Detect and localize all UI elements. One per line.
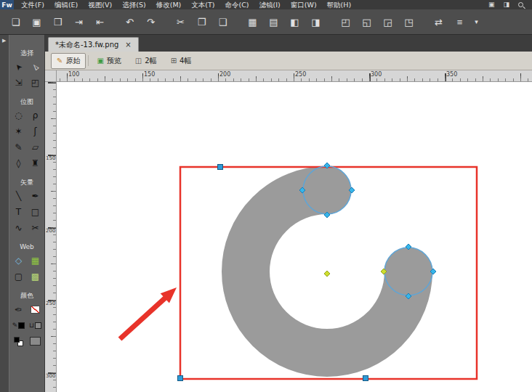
- search-icon[interactable]: [518, 2, 523, 7]
- view-4up-label: 4幅: [180, 56, 191, 66]
- vertical-ruler[interactable]: 150 200 250 300: [45, 82, 57, 392]
- undo-button[interactable]: ↶: [120, 13, 140, 30]
- current-fill-swatch: [30, 337, 41, 346]
- brush-tool[interactable]: ʃ: [27, 123, 44, 139]
- ruler-label: 150: [46, 155, 55, 161]
- menu-file[interactable]: 文件(F): [16, 0, 49, 9]
- split-button[interactable]: ◨: [306, 13, 326, 30]
- ruler-corner[interactable]: [45, 70, 57, 82]
- stamp-tool[interactable]: ♜: [27, 155, 44, 171]
- close-tab-icon[interactable]: ×: [125, 41, 131, 49]
- stroke-color-well[interactable]: ✎: [10, 317, 27, 333]
- freeform-tool[interactable]: ∿: [10, 220, 27, 236]
- subselection-tool[interactable]: ▻: [27, 59, 44, 75]
- group-button[interactable]: ▦: [243, 13, 262, 30]
- no-color-swatch: [31, 306, 40, 314]
- ruler-label: 300: [46, 373, 55, 379]
- fireworks-window: Fw 文件(F)编辑(E)视图(V)选择(S)修改(M)文本(T)命令(C)滤镜…: [0, 0, 532, 392]
- view-preview-label: 预览: [107, 56, 121, 66]
- blur-tool[interactable]: ◊: [10, 155, 27, 171]
- menu-view[interactable]: 视图(V): [83, 0, 117, 9]
- rectangle-tool[interactable]: □: [27, 204, 44, 220]
- menubar-right-icons: ▣ ◨: [488, 0, 532, 9]
- view-original-label: 原始: [65, 56, 80, 66]
- menu-modify[interactable]: 修改(M): [151, 0, 187, 9]
- slice-tool[interactable]: ▦: [27, 253, 44, 269]
- main-toolbar: ❏▣❒⇥⇤↶↷✂❐❑▦▤◧◨◰◱◲◳⇄≡▾: [0, 9, 532, 35]
- menu-help[interactable]: 帮助(H): [322, 0, 357, 9]
- default-colors-button[interactable]: [10, 333, 27, 349]
- view-2up-label: 2幅: [145, 56, 156, 66]
- display-mode-bar: ✎ 原始 ▣ 预览 ◫ 2幅 ⊞ 4幅: [45, 52, 532, 70]
- document-tab[interactable]: *未命名-13.fw.png ×: [48, 37, 139, 52]
- paste-button[interactable]: ❑: [213, 13, 233, 30]
- menu-select[interactable]: 选择(S): [117, 0, 150, 9]
- crop-tool[interactable]: ◰: [27, 75, 44, 91]
- view-preview-button[interactable]: ▣ 预览: [91, 53, 126, 69]
- knife-tool[interactable]: ✂: [27, 220, 44, 236]
- send-to-back-button[interactable]: ◳: [399, 13, 419, 30]
- two-up-icon: ◫: [135, 57, 142, 65]
- scale-tool[interactable]: ⇲: [10, 75, 27, 91]
- eyedropper-tool[interactable]: ✑: [10, 301, 27, 317]
- pen-tool[interactable]: ✒: [27, 188, 44, 204]
- export-button[interactable]: ⇤: [90, 13, 110, 30]
- tool-section-vector: 矢量 ╲✒T□∿✂: [9, 177, 44, 236]
- open-button[interactable]: ❒: [48, 13, 68, 30]
- show-slices-tool[interactable]: ▩: [27, 269, 44, 285]
- text-tool[interactable]: T: [10, 204, 27, 220]
- save-button[interactable]: ▣: [27, 13, 47, 30]
- import-button[interactable]: ⇥: [69, 13, 89, 30]
- tool-section-label: 位图: [9, 97, 44, 107]
- panel-window-icon[interactable]: ▣: [488, 0, 495, 9]
- fill-color-well[interactable]: ⊔: [27, 317, 44, 333]
- align-dropdown[interactable]: ▾: [471, 13, 482, 30]
- red-annotation-arrow: [118, 287, 177, 341]
- bring-forward-button[interactable]: ◱: [357, 13, 376, 30]
- copy-button[interactable]: ❐: [192, 13, 211, 30]
- preview-image-icon: ▣: [97, 57, 103, 65]
- menu-commands[interactable]: 命令(C): [220, 0, 254, 9]
- ruler-label: 200: [46, 228, 55, 234]
- menu-text[interactable]: 文本(T): [186, 0, 219, 9]
- tool-section-label: 颜色: [9, 290, 44, 301]
- lasso-tool[interactable]: ρ: [27, 107, 44, 123]
- new-document-button[interactable]: ❏: [6, 13, 25, 30]
- send-backward-button[interactable]: ◲: [378, 13, 398, 30]
- view-original-button[interactable]: ✎ 原始: [51, 53, 86, 69]
- menu-window[interactable]: 窗口(W): [286, 0, 322, 9]
- document-area: *未命名-13.fw.png × ✎ 原始 ▣ 预览 ◫ 2幅 ⊞ 4幅: [45, 35, 532, 392]
- panel-collapse-arrow-icon[interactable]: ▶: [2, 38, 6, 44]
- tools-panel: 选择 ➤▻⇲◰ 位图 ◌ρ✶ʃ✎▱◊♜ 矢量 ╲✒T□∿✂ Web: [9, 35, 45, 392]
- union-button[interactable]: ◧: [285, 13, 305, 30]
- hotspot-tool[interactable]: ◇: [10, 253, 27, 269]
- pencil-icon: ✎: [57, 57, 63, 65]
- menu-edit[interactable]: 编辑(E): [49, 0, 83, 9]
- document-tab-bar: *未命名-13.fw.png ×: [45, 35, 532, 52]
- tool-section-select: 选择 ➤▻⇲◰: [9, 48, 44, 91]
- marquee-tool[interactable]: ◌: [10, 107, 27, 123]
- magic-wand-tool[interactable]: ✶: [10, 123, 27, 139]
- view-4up-button[interactable]: ⊞ 4幅: [165, 53, 198, 69]
- eraser-tool[interactable]: ▱: [27, 139, 44, 155]
- ruler-label: 200: [219, 71, 230, 78]
- view-2up-button[interactable]: ◫ 2幅: [129, 53, 163, 69]
- line-tool[interactable]: ╲: [10, 188, 27, 204]
- redo-button[interactable]: ↷: [141, 13, 161, 30]
- no-color-button[interactable]: [27, 301, 44, 317]
- hide-slices-tool[interactable]: ▢: [10, 269, 27, 285]
- pointer-tool[interactable]: ➤: [10, 59, 27, 75]
- yellow-diamond-handles[interactable]: [324, 269, 387, 277]
- ungroup-button[interactable]: ▤: [264, 13, 283, 30]
- current-fill-button[interactable]: [27, 333, 44, 349]
- bring-to-front-button[interactable]: ◰: [336, 13, 355, 30]
- align-button[interactable]: ≡: [450, 13, 469, 30]
- pencil-tool[interactable]: ✎: [10, 139, 27, 155]
- workspace-layout-icon[interactable]: ◨: [503, 0, 509, 9]
- swap-button[interactable]: ⇄: [429, 13, 448, 30]
- document-canvas[interactable]: [57, 82, 532, 392]
- horizontal-ruler[interactable]: 100 150 200 250 300 350: [57, 70, 532, 82]
- cut-button[interactable]: ✂: [171, 13, 190, 30]
- menu-filters[interactable]: 滤镜(I): [254, 0, 286, 9]
- fireworks-logo: Fw: [0, 0, 14, 9]
